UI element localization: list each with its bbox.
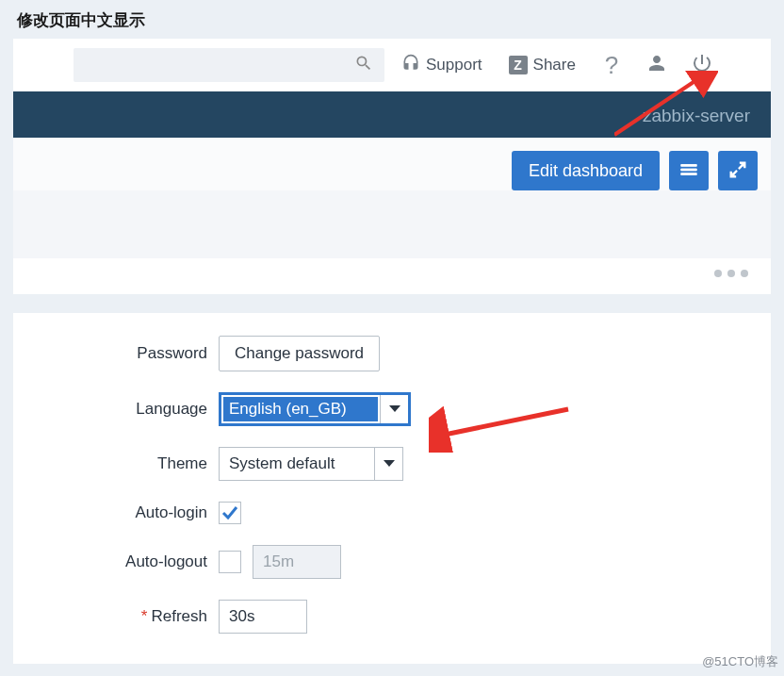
share-label: Share [533,56,576,74]
language-label: Language [13,400,219,419]
password-label: Password [13,344,219,363]
dot-icon [714,270,722,277]
menu-button[interactable] [669,151,709,190]
top-panel: Support Z Share ? zabbix-server Edit das… [13,39,771,294]
refresh-label: *Refresh [13,607,219,626]
chevron-down-icon [374,448,402,480]
server-label: zabbix-server [643,106,750,125]
question-icon: ? [605,51,618,80]
search-icon [354,54,373,76]
watermark: @51CTO博客 [702,653,778,670]
dot-icon [727,270,735,277]
support-label: Support [426,56,482,74]
dot-icon [741,270,748,277]
language-value: English (en_GB) [223,397,378,421]
power-icon [691,52,713,78]
hamburger-icon [678,159,699,183]
headset-icon [401,54,420,77]
change-password-button[interactable]: Change password [219,336,380,371]
autologin-label: Auto-login [13,503,219,522]
fullscreen-button[interactable] [718,151,758,190]
autologout-input [253,545,341,579]
person-icon [645,52,668,78]
theme-value: System default [220,454,374,473]
user-profile-button[interactable] [638,48,676,82]
help-button[interactable]: ? [593,48,630,82]
top-bar: Support Z Share ? [13,39,771,91]
more-actions[interactable] [13,258,771,294]
support-link[interactable]: Support [392,54,492,77]
chevron-down-icon [380,395,408,423]
share-link[interactable]: Z Share [499,56,585,74]
dashboard-empty-area [13,190,771,258]
search-input[interactable] [74,48,384,82]
autologout-checkbox[interactable] [219,551,241,573]
check-icon [221,505,238,520]
logout-button[interactable] [683,48,721,82]
expand-icon [727,159,748,183]
autologout-label: Auto-logout [13,552,219,571]
page-title: 修改页面中文显示 [0,0,784,39]
theme-select[interactable]: System default [219,447,403,481]
autologin-checkbox[interactable] [219,502,241,524]
z-badge-icon: Z [509,56,528,74]
edit-dashboard-button[interactable]: Edit dashboard [512,151,660,190]
server-bar: zabbix-server [13,91,771,138]
theme-label: Theme [13,454,219,473]
profile-form: Password Change password Language Englis… [13,313,771,664]
language-select[interactable]: English (en_GB) [219,392,411,426]
refresh-input[interactable] [219,600,307,634]
dashboard-toolbar: Edit dashboard [13,138,771,190]
